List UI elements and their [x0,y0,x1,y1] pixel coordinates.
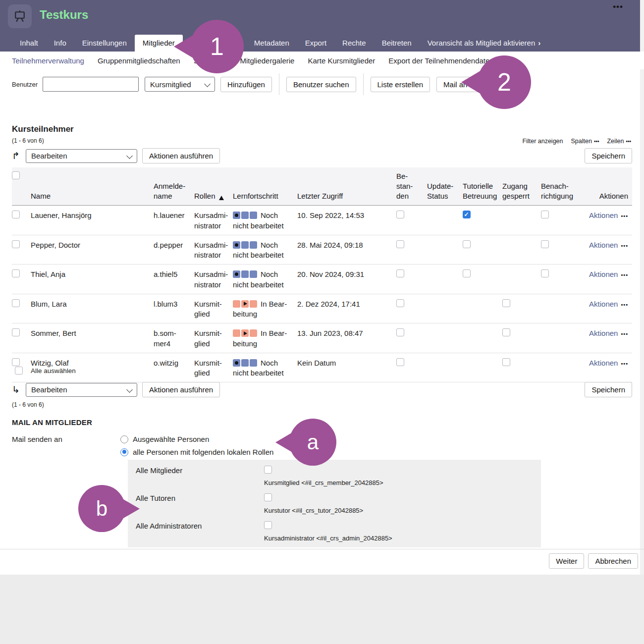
cell-tutor-support [463,323,502,353]
row-actions-link[interactable]: Aktionen [589,211,618,219]
ellipsis-icon[interactable]: ••• [621,361,628,367]
ellipsis-icon[interactable]: ••• [621,302,628,308]
result-range-bottom: (1 - 6 von 6) [12,401,44,408]
notification-checkbox[interactable] [541,211,549,218]
annotation-callout-b: b [78,485,125,532]
col-rollen[interactable]: Rollen [194,167,233,205]
overflow-menu-icon[interactable]: ••• [613,2,623,12]
cell-learning-progress: Noch nicht bearbeitet [233,265,297,294]
notification-checkbox[interactable] [541,240,549,248]
access-blocked-checkbox[interactable] [502,328,510,336]
next-button[interactable]: Weiter [549,553,584,569]
tab-rechte[interactable]: Rechte [334,35,374,52]
cell-name: Lauener, Hansjörg [31,206,154,235]
row-select-checkbox[interactable] [12,358,20,366]
apply-actions-button-bottom[interactable]: Aktionen ausführen [142,382,220,397]
passed-checkbox[interactable] [396,240,404,248]
learning-progress-icon [233,270,257,278]
cell-update-status [427,323,463,353]
show-filter-link[interactable]: Filter anzeigen [523,138,563,145]
tab-info[interactable]: Info [46,35,74,52]
ellipsis-icon[interactable]: ••• [621,243,628,249]
callout-pointer [121,498,140,520]
save-button-bottom[interactable]: Speichern [585,382,632,397]
bulk-action-select-top[interactable]: Bearbeiten [26,149,137,163]
cell-name: Blum, Lara [31,294,154,323]
select-all-row: Alle auswählen [15,367,76,375]
passed-checkbox[interactable] [396,299,404,307]
notification-checkbox[interactable] [541,269,549,277]
select-all-checkbox[interactable] [15,367,23,375]
select-all-header-checkbox[interactable] [12,171,20,179]
passed-checkbox[interactable] [396,269,404,277]
subtab-export-teilnehmendendaten[interactable]: Export der Teilnehmendendaten [388,56,493,65]
role-members-checkbox[interactable] [264,466,272,474]
cell-role: Kursadmi-nistrator [194,206,233,235]
ellipsis-icon[interactable]: ••• [621,213,628,219]
col-tutorielle-betreuung: Tutorielle Betreuung [463,167,502,205]
role-tutors-checkbox[interactable] [264,493,272,501]
save-button-top[interactable]: Speichern [585,148,632,163]
rows-menu[interactable]: Zeilen••• [607,138,631,145]
row-select-checkbox[interactable] [12,240,20,248]
option-selected-persons[interactable]: Ausgewählte Personen [120,435,273,443]
col-zugang-gesperrt: Zugang gesperrt [502,167,541,205]
apply-actions-button-top[interactable]: Aktionen ausführen [142,148,220,163]
user-search-input[interactable] [43,77,139,92]
callout-pointer [174,34,195,59]
role-id: Kursadministrator <#il_crs_admin_2042885… [264,535,533,542]
cell-actions: Aktionen••• [587,353,632,382]
access-blocked-checkbox[interactable] [502,299,510,307]
cell-update-status [427,235,463,265]
role-admins-checkbox[interactable] [264,521,272,529]
tab-beitreten[interactable]: Beitreten [374,35,420,52]
row-actions-link[interactable]: Aktionen [589,270,618,278]
bulk-action-select-bottom[interactable]: Bearbeiten [26,383,137,397]
passed-checkbox[interactable] [396,358,404,366]
columns-menu[interactable]: Spalten••• [571,138,599,145]
role-label: Alle Administratoren [136,521,264,542]
radio-all-local-roles[interactable] [120,448,128,456]
subtab-karte-kursmitglieder[interactable]: Karte Kursmitglieder [308,56,375,65]
role-select[interactable]: Kursmitglied [145,77,215,92]
row-actions-link[interactable]: Aktionen [589,241,618,249]
scrollbar-track[interactable] [640,0,644,575]
tutor-support-checkbox[interactable] [463,211,471,218]
cancel-button[interactable]: Abbrechen [588,553,638,569]
cell-login: o.witzig [154,353,194,382]
row-select-checkbox[interactable] [12,299,20,307]
bulk-actions-bottom: ↳ Bearbeiten Aktionen ausführen [12,382,220,397]
row-select-checkbox[interactable] [12,211,20,218]
col-aktionen: Aktionen [587,167,632,205]
subtab-mitgliedergalerie[interactable]: Mitgliedergalerie [240,56,294,65]
tab-export[interactable]: Export [297,35,334,52]
row-select-checkbox[interactable] [12,328,20,336]
role-select-value: Kursmitglied [150,80,191,89]
table-header-row: Name Anmelde-name Rollen Lernfortschritt… [12,167,632,206]
row-actions-link[interactable]: Aktionen [589,359,618,367]
subtab-teilnehmerverwaltung[interactable]: Teilnehmerverwaltung [12,56,84,65]
add-button[interactable]: Hinzufügen [220,77,272,92]
tab-inhalt[interactable]: Inhalt [12,35,46,52]
passed-checkbox[interactable] [396,211,404,218]
row-select-checkbox[interactable] [12,269,20,277]
subtab-gruppenmitgliedschaften[interactable]: Gruppenmitgliedschaften [98,56,180,65]
role-row-members: Alle Mitglieder Kursmitglied <#il_crs_me… [136,466,533,486]
ellipsis-icon[interactable]: ••• [621,272,628,278]
access-blocked-checkbox[interactable] [502,358,510,366]
cell-tutor-support [463,353,502,382]
option-all-with-local-roles[interactable]: alle Personen mit folgenden lokalen Roll… [120,448,273,456]
create-list-button[interactable]: Liste erstellen [371,77,430,92]
tab-einstellungen[interactable]: Einstellungen [74,35,135,52]
tutor-support-checkbox[interactable] [463,240,471,248]
passed-checkbox[interactable] [396,328,404,336]
radio-selected-persons[interactable] [120,435,128,443]
ellipsis-icon[interactable]: ••• [621,331,628,337]
search-users-button[interactable]: Benutzer suchen [286,77,356,92]
tutor-support-checkbox[interactable] [463,269,471,277]
mail-form-buttons: Weiter Abbrechen [549,553,638,569]
tab-metadaten[interactable]: Metadaten [246,35,297,52]
row-actions-link[interactable]: Aktionen [589,329,618,337]
tab-voransicht[interactable]: Voransicht als Mitglied aktivieren› [420,35,549,52]
row-actions-link[interactable]: Aktionen [589,300,618,308]
